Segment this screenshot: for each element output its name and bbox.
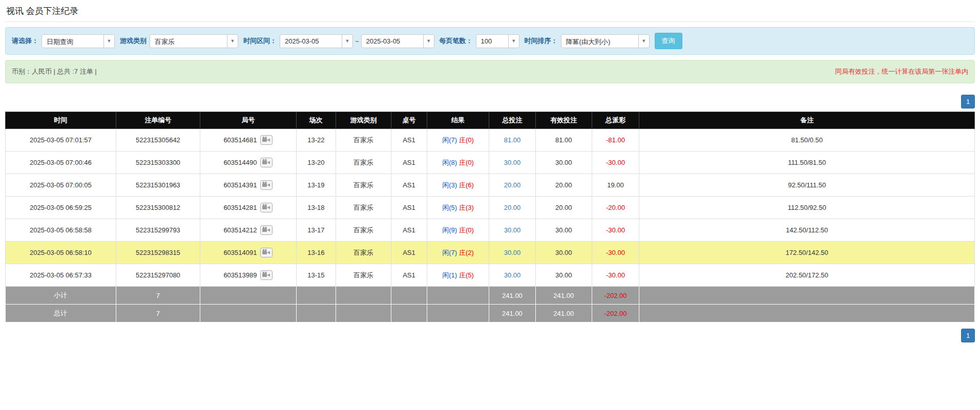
pagination-bottom: 1 xyxy=(5,329,975,342)
empty-cell xyxy=(639,287,975,305)
game-type-select[interactable]: 百家乐 ▼ xyxy=(150,34,238,48)
summary-bar: 币别：人民币 | 总共 :7 注单 | 同局有效投注，统一计算在该局第一张注单内 xyxy=(5,60,975,83)
table-row[interactable]: 2025-03-05 06:58:10 522315298315 6035140… xyxy=(6,242,975,264)
cell-round-id: 603514091 xyxy=(200,242,296,264)
table-row[interactable]: 2025-03-05 07:00:46 522315303300 6035144… xyxy=(6,152,975,174)
page-header: 视讯 会员下注纪录 xyxy=(5,0,975,22)
cell-valid-bet: 30.00 xyxy=(535,264,592,287)
cell-payout: -30.00 xyxy=(592,242,639,264)
subtotal-total-bet: 241.00 xyxy=(489,287,536,305)
total-bet-link[interactable]: 20.00 xyxy=(504,181,521,189)
total-bet-link[interactable]: 30.00 xyxy=(504,249,521,256)
query-type-value: 日期查询 xyxy=(42,35,103,48)
video-replay-icon[interactable] xyxy=(260,248,273,257)
cell-table-no: AS1 xyxy=(391,264,427,287)
subtotal-row: 小计 7 241.00 241.00 -202.00 xyxy=(6,287,975,305)
cell-round-id: 603514391 xyxy=(200,174,296,197)
total-bet-link[interactable]: 30.00 xyxy=(504,271,521,279)
total-label: 总计 xyxy=(6,305,116,322)
cell-time: 2025-03-05 07:01:57 xyxy=(6,129,116,152)
chevron-down-icon[interactable]: ▼ xyxy=(227,35,238,48)
chevron-down-icon[interactable]: ▼ xyxy=(508,35,519,48)
table-row[interactable]: 2025-03-05 06:58:58 522315299793 6035142… xyxy=(6,219,975,242)
round-id-text: 603514681 xyxy=(223,136,257,144)
cell-bet-id: 522315299793 xyxy=(116,219,200,242)
chevron-down-icon[interactable]: ▼ xyxy=(423,35,434,48)
video-replay-icon[interactable] xyxy=(260,158,273,167)
total-bet-link[interactable]: 30.00 xyxy=(504,226,521,234)
cell-valid-bet: 20.00 xyxy=(535,197,592,219)
cell-session: 13-20 xyxy=(296,152,336,174)
round-id-text: 603513989 xyxy=(223,271,257,279)
date-to-input[interactable]: 2025-03-05 ▼ xyxy=(361,34,434,48)
cell-total-bet: 30.00 xyxy=(489,242,536,264)
subtotal-count: 7 xyxy=(116,287,200,305)
total-bet-link[interactable]: 81.00 xyxy=(504,136,521,144)
cell-session: 13-18 xyxy=(296,197,336,219)
page-title: 视讯 会员下注纪录 xyxy=(6,6,78,16)
page-size-label: 每页笔数： xyxy=(440,36,473,46)
table-body: 2025-03-05 07:01:57 522315305642 6035146… xyxy=(6,129,975,287)
cell-payout: 19.00 xyxy=(592,174,639,197)
chevron-down-icon[interactable]: ▼ xyxy=(638,35,649,48)
column-header-note: 备注 xyxy=(639,112,975,129)
video-replay-icon[interactable] xyxy=(260,225,273,235)
cell-payout: -30.00 xyxy=(592,152,639,174)
result-banker: 庄(6) xyxy=(459,181,474,189)
chevron-down-icon[interactable]: ▼ xyxy=(342,35,352,48)
round-id-text: 603514091 xyxy=(223,249,257,256)
column-header-payout: 总派彩 xyxy=(592,112,639,129)
video-replay-icon[interactable] xyxy=(260,180,273,190)
cell-time: 2025-03-05 07:00:46 xyxy=(6,152,116,174)
cell-note: 111.50/81.50 xyxy=(639,152,975,174)
search-button[interactable]: 查询 xyxy=(655,33,682,49)
records-table: 时间 注单编号 局号 场次 游戏类别 桌号 结果 总投注 有效投注 总派彩 备注… xyxy=(5,112,975,322)
page-size-input[interactable]: 100 ▼ xyxy=(476,34,519,48)
total-bet-link[interactable]: 30.00 xyxy=(504,159,521,166)
cell-total-bet: 30.00 xyxy=(489,152,536,174)
game-type-value: 百家乐 xyxy=(150,35,227,48)
cell-note: 92.50/111.50 xyxy=(639,174,975,197)
cell-table-no: AS1 xyxy=(391,129,427,152)
empty-cell xyxy=(336,305,391,322)
cell-table-no: AS1 xyxy=(391,242,427,264)
cell-game-type: 百家乐 xyxy=(336,152,391,174)
table-row[interactable]: 2025-03-05 06:57:33 522315297080 6035139… xyxy=(6,264,975,287)
cell-valid-bet: 81.00 xyxy=(535,129,592,152)
pagination-page-1[interactable]: 1 xyxy=(961,329,975,342)
table-row[interactable]: 2025-03-05 07:00:05 522315301963 6035143… xyxy=(6,174,975,197)
cell-bet-id: 522315305642 xyxy=(116,129,200,152)
query-type-select[interactable]: 日期查询 ▼ xyxy=(41,34,115,48)
cell-table-no: AS1 xyxy=(391,197,427,219)
cell-session: 13-17 xyxy=(296,219,336,242)
video-replay-icon[interactable] xyxy=(260,203,273,212)
pagination-page-1[interactable]: 1 xyxy=(961,95,975,109)
cell-session: 13-19 xyxy=(296,174,336,197)
video-replay-icon[interactable] xyxy=(260,135,273,145)
cell-result: 闲(7)庄(2) xyxy=(427,242,489,264)
cell-note: 142.50/112.50 xyxy=(639,219,975,242)
filter-bar: 请选择： 日期查询 ▼ 游戏类别 百家乐 ▼ 时间区间： 2025-03-05 … xyxy=(5,27,975,55)
empty-cell xyxy=(427,305,489,322)
video-replay-icon[interactable] xyxy=(260,270,273,280)
table-row[interactable]: 2025-03-05 07:01:57 522315305642 6035146… xyxy=(6,129,975,152)
total-total-bet: 241.00 xyxy=(489,305,536,322)
result-banker: 庄(2) xyxy=(459,249,474,256)
chevron-down-icon[interactable]: ▼ xyxy=(103,35,114,48)
table-row[interactable]: 2025-03-05 06:59:25 522315300812 6035142… xyxy=(6,197,975,219)
cell-note: 172.50/142.50 xyxy=(639,242,975,264)
result-banker: 庄(0) xyxy=(459,226,474,234)
date-from-input[interactable]: 2025-03-05 ▼ xyxy=(280,34,353,48)
page-size-value: 100 xyxy=(476,35,508,48)
column-header-time: 时间 xyxy=(6,112,116,129)
total-bet-link[interactable]: 20.00 xyxy=(504,204,521,211)
result-player: 闲(8) xyxy=(442,159,457,166)
summary-currency-count: 币别：人民币 | 总共 :7 注单 | xyxy=(12,67,97,76)
cell-time: 2025-03-05 07:00:05 xyxy=(6,174,116,197)
sort-select[interactable]: 降冪(由大到小) ▼ xyxy=(561,34,650,48)
time-range-label: 时间区间： xyxy=(243,36,277,46)
empty-cell xyxy=(391,287,427,305)
cell-result: 闲(3)庄(6) xyxy=(427,174,489,197)
cell-round-id: 603514212 xyxy=(200,219,296,242)
result-banker: 庄(0) xyxy=(459,159,474,166)
